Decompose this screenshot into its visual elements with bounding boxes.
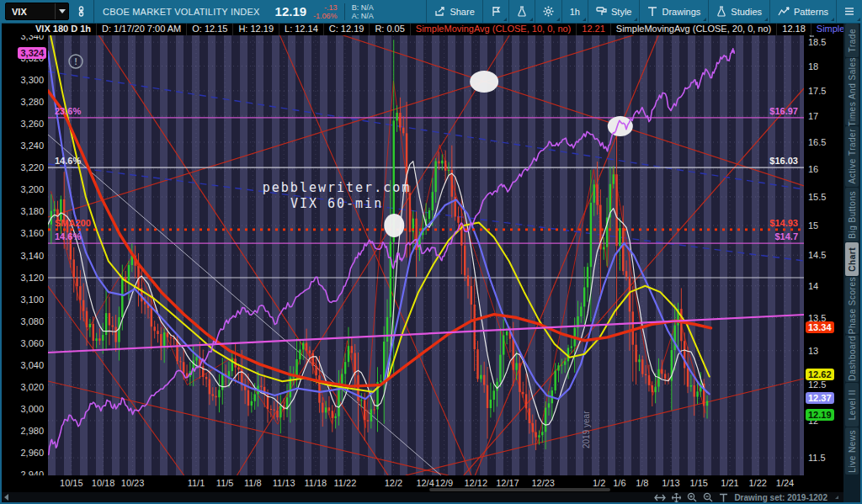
left-price-axis[interactable]: 3,3403,3203,3003,2803,2603,2403,2203,200… — [0, 24, 48, 475]
change-value: -.13 — [324, 3, 338, 12]
sidebar-tab-label: Times And Sales — [848, 57, 857, 126]
sidebar-tab-times-and-sales[interactable]: Times And Sales — [845, 58, 859, 125]
paint-icon — [596, 6, 607, 17]
window-border-left — [0, 23, 2, 504]
svg-text:23.6%: 23.6% — [55, 106, 81, 116]
zoom-in-icon[interactable] — [687, 492, 697, 502]
year-separator-label: 2019 year — [582, 411, 591, 448]
sidebar-tab-label: Phase Scores — [848, 277, 857, 334]
left-axis-tick: 3,100 — [20, 294, 44, 305]
studies-button[interactable]: Studies — [708, 0, 769, 23]
svg-text:14.6%: 14.6% — [55, 156, 81, 166]
style-button[interactable]: Style — [588, 0, 639, 23]
symbol-text: VIX — [6, 7, 55, 17]
link-icon[interactable] — [69, 0, 93, 23]
legend-sma20[interactable]: SimpleMovingAvg (CLOSE, 20, 0, no) — [611, 23, 777, 35]
alerts-button[interactable] — [482, 0, 508, 23]
white-ellipse-marker[interactable] — [384, 214, 404, 237]
zoom-out-icon[interactable] — [703, 492, 713, 502]
sidebar-tab-label: Live News — [848, 430, 857, 473]
sidebar-tab-level-ii[interactable]: Level II — [845, 383, 859, 427]
patterns-button[interactable]: Patterns — [769, 0, 836, 23]
time-scrollbar-thumb[interactable] — [429, 488, 610, 491]
sidebar-tab-active-trader[interactable]: Active Trader — [845, 126, 859, 187]
sidebar-tab-phase-scores[interactable]: Phase Scores — [845, 277, 859, 334]
share-icon — [434, 6, 445, 17]
left-axis-tick: 3,020 — [20, 381, 44, 393]
left-axis-tick: 2,980 — [20, 425, 44, 437]
left-axis-tick: 3,240 — [20, 140, 44, 151]
symbol-description: CBOE MARKET VOLATILITY INDEX — [94, 7, 269, 17]
chart-plot-area[interactable]: 23.6%$16.9714.6%$16.03SMA200$14.9314.6%$… — [48, 24, 804, 475]
white-ellipse-marker[interactable] — [608, 116, 633, 136]
sidebar-tab-label: Active Trader — [848, 129, 857, 183]
left-axis-tick: 3,140 — [20, 250, 44, 262]
text-note-icon[interactable] — [719, 493, 728, 502]
symbol-dropdown[interactable]: VIX — [5, 3, 69, 20]
left-axis-tick: 3,180 — [20, 205, 44, 217]
legend-close: C: 12.19 — [324, 23, 370, 35]
bid-value: B: N/A — [352, 3, 374, 12]
pattern-chart-icon — [778, 6, 790, 17]
chart-title[interactable]: VIX 180 D 1h — [30, 23, 97, 35]
collapse-left-icon[interactable] — [4, 494, 8, 501]
left-axis-tick: 3,200 — [20, 183, 44, 195]
sidebar-tab-chart[interactable]: Chart — [845, 242, 859, 276]
timeframe-button[interactable]: 1h — [561, 0, 588, 23]
svg-text:VIX 60-min: VIX 60-min — [290, 196, 383, 211]
left-axis-tick: 3,120 — [20, 272, 44, 284]
time-axis-label: 11/22 — [326, 478, 364, 488]
left-axis-tick: 3,280 — [20, 96, 44, 108]
symbol-caret[interactable] — [55, 3, 68, 19]
legend-low: L: 12.14 — [279, 23, 324, 35]
sidebar-tab-label: Chart — [848, 247, 857, 272]
chart-footer-bar: Drawing set: 2019-1202 — [0, 492, 843, 502]
drawing-set-caret[interactable] — [835, 496, 838, 499]
legend-sma3[interactable]: SimpleMovingAvg (CLOSE,... — [811, 23, 843, 35]
share-button[interactable]: Share — [426, 0, 482, 23]
right-price-axis[interactable]: 18.51817.51716.51615.51514.51413.51312.5… — [804, 24, 843, 475]
legend-sma10[interactable]: SimpleMovingAvg (CLOSE, 10, 0, no) — [411, 23, 577, 35]
settings-button[interactable] — [535, 0, 561, 23]
drawings-button[interactable]: Drawings — [639, 0, 708, 23]
svg-text:14.6%: 14.6% — [55, 231, 81, 241]
chart-menu-button[interactable] — [836, 0, 862, 23]
right-axis-tick: 17 — [808, 110, 818, 122]
left-axis-tick: 3,060 — [20, 337, 44, 349]
price-badge-12.62: 12.62 — [806, 369, 834, 380]
legend-sma20-value: 12.18 — [777, 23, 811, 35]
sidebar-tab-label: Big Buttons — [848, 191, 857, 239]
time-axis[interactable]: 10/1510/1810/2311/111/511/811/1311/1811/… — [0, 475, 843, 492]
time-axis-label: 10/23 — [114, 478, 152, 488]
spx-price-badge: 3,324 — [18, 47, 46, 59]
studies-flask-icon — [716, 6, 726, 17]
quick-study-button[interactable] — [508, 0, 535, 23]
sidebar-tab-big-buttons[interactable]: Big Buttons — [845, 188, 859, 241]
ask-value: A: N/A — [352, 12, 374, 20]
pan-horizontal-icon[interactable] — [654, 494, 666, 501]
right-axis-tick: 15 — [808, 220, 818, 231]
left-axis-tick: 3,260 — [20, 118, 44, 130]
change-percent: -1.06% — [313, 12, 338, 20]
sidebar-tab-dashboard[interactable]: Dashboard — [845, 335, 859, 382]
drawing-set-selector[interactable]: Drawing set: 2019-1202 — [734, 493, 827, 502]
svg-text:!: ! — [74, 56, 77, 66]
right-axis-tick: 18.5 — [808, 36, 826, 48]
left-axis-tick: 3,220 — [20, 162, 44, 173]
price-badge-13.34: 13.34 — [806, 321, 834, 333]
time-axis-label: 12/17 — [488, 478, 527, 488]
left-axis-tick: 3,080 — [20, 316, 44, 327]
moving-averages — [48, 24, 711, 425]
svg-text:$16.97: $16.97 — [769, 106, 798, 116]
white-ellipse-marker[interactable] — [470, 71, 498, 93]
pan-all-icon[interactable] — [672, 493, 681, 502]
left-axis-tick: 3,300 — [20, 74, 44, 86]
right-axis-tick: 14 — [808, 280, 818, 292]
right-axis-tick: 15.5 — [808, 191, 826, 203]
price-chart-canvas[interactable]: 23.6%$16.9714.6%$16.03SMA200$14.9314.6%$… — [48, 24, 804, 475]
price-badge-12.19: 12.19 — [806, 409, 834, 421]
sidebar-tab-trade[interactable]: Trade — [845, 24, 859, 57]
svg-text:SMA200: SMA200 — [55, 218, 91, 228]
sidebar-tab-live-news[interactable]: Live News — [845, 427, 859, 475]
flag-icon — [491, 6, 501, 17]
